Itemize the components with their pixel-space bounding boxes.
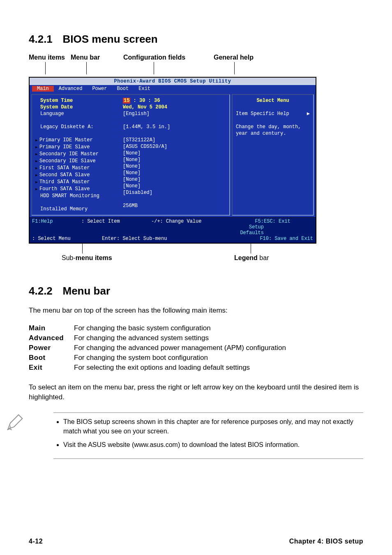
- bios-row-label[interactable]: Third SATA Master: [40, 179, 120, 186]
- annot-general-help: General help: [214, 54, 254, 61]
- legend-key: Enter: Select Sub-menu: [102, 236, 190, 242]
- definition-key: Exit: [29, 363, 74, 373]
- definition-row: PowerFor changing the advanced power man…: [29, 343, 286, 353]
- definition-value: For changing the system boot configurati…: [74, 353, 286, 363]
- tab-power[interactable]: Power: [87, 86, 112, 92]
- annot-menu-items: Menu items: [29, 54, 65, 61]
- legend-key: F10: Save and Exit: [190, 236, 313, 242]
- bios-row-label[interactable]: Primary IDE Master: [40, 137, 120, 144]
- select-instructions: To select an item on the menu bar, press…: [29, 382, 363, 403]
- tab-main[interactable]: Main: [32, 86, 54, 92]
- bios-row-label[interactable]: Secondary IDE Master: [40, 151, 120, 158]
- legend-key: : Select Item: [81, 219, 151, 236]
- bios-title: Phoenix-Award BIOS CMOS Setup Utility: [30, 78, 316, 85]
- bios-row-value: [123, 196, 226, 203]
- bios-row-value: [123, 117, 226, 124]
- tab-boot[interactable]: Boot: [112, 86, 134, 92]
- bios-row-label[interactable]: System Date: [40, 104, 120, 111]
- bios-row-label[interactable]: First SATA Master: [40, 165, 120, 172]
- bios-row-label[interactable]: Legacy Diskette A:: [40, 124, 120, 130]
- section-title-1: BIOS menu screen: [63, 33, 158, 46]
- section-heading-1: 4.2.1 BIOS menu screen: [29, 33, 363, 46]
- bios-row-value: [1.44M, 3.5 in.]: [123, 124, 226, 130]
- menubar-intro: The menu bar on top of the screen has th…: [29, 306, 363, 316]
- bios-row-value: [ST321122A]: [123, 137, 226, 143]
- bios-row-label[interactable]: Fourth SATA Slave: [40, 186, 120, 193]
- annot-legend-bar: Legend bar: [234, 254, 269, 262]
- legend-key: -/+: Change Value: [151, 219, 240, 236]
- definition-key: Power: [29, 343, 74, 353]
- annot-menu-bar: Menu bar: [71, 54, 100, 61]
- legend-key: F5: Setup Defaults: [240, 219, 264, 236]
- definition-value: For selecting the exit options and loadi…: [74, 363, 286, 373]
- bios-row-label[interactable]: Secondary IDE Slave: [40, 158, 120, 165]
- bios-row-value: [None]: [123, 176, 226, 183]
- bios-main-panel: System TimeSystem DateLanguage Legacy Di…: [31, 94, 230, 216]
- definition-value: For changing the basic system configurat…: [74, 323, 286, 333]
- bios-row-label: [40, 117, 120, 124]
- definition-key: Boot: [29, 353, 74, 363]
- bios-row-label[interactable]: Language: [40, 111, 120, 117]
- annot-config-fields: Configuration fields: [123, 54, 185, 61]
- definition-row: BootFor changing the system boot configu…: [29, 353, 286, 363]
- legend-key: F1:Help: [32, 219, 81, 236]
- bios-row-value: [English]: [123, 111, 226, 117]
- bios-screen: Phoenix-Award BIOS CMOS Setup Utility Ma…: [29, 77, 316, 244]
- tab-exit[interactable]: Exit: [134, 86, 155, 92]
- section-number-1: 4.2.1: [29, 33, 53, 46]
- section-title-2: Menu bar: [63, 285, 111, 297]
- definition-value: For changing the advanced system setting…: [74, 333, 286, 343]
- menubar-definitions: MainFor changing the basic system config…: [29, 323, 286, 373]
- definition-value: For changing the advanced power manageme…: [74, 343, 286, 353]
- bios-row-label: [40, 199, 120, 206]
- bios-row-value: [123, 130, 226, 137]
- bios-row-value: [Disabled]: [123, 189, 226, 196]
- bios-help-panel: Select Menu Item Specific Help▶ Change t…: [232, 94, 314, 216]
- bios-values-column: 15 : 30 : 36Wed, Nov 5 2004 [English] [1…: [123, 97, 226, 212]
- bios-row-value: [None]: [123, 183, 226, 189]
- chapter-title: Chapter 4: BIOS setup: [289, 538, 363, 545]
- note-box: The BIOS setup screens shown in this cha…: [53, 412, 363, 459]
- bios-legend-bar: F1:Help: Select Item-/+: Change ValueF5:…: [30, 217, 316, 243]
- bios-row-label[interactable]: System Time: [40, 97, 120, 104]
- legend-key: : Select Menu: [32, 236, 102, 242]
- note-item: The BIOS setup screens shown in this cha…: [63, 417, 363, 436]
- bios-menu-bar: Main Advanced Power Boot Exit: [30, 85, 316, 92]
- bios-row-label[interactable]: Installed Memory: [40, 206, 120, 212]
- note-item: Visit the ASUS website (www.asus.com) to…: [63, 440, 363, 449]
- bios-row-label: [40, 130, 120, 137]
- annotation-top: Menu items Menu bar Configuration fields…: [29, 54, 363, 77]
- bios-row-value: [None]: [123, 157, 226, 163]
- bios-row-value: 256MB: [123, 203, 226, 209]
- annotation-bottom: Sub-menu items Legend bar: [29, 244, 363, 264]
- bios-row-label[interactable]: Primary IDE Slave: [40, 144, 120, 151]
- section-heading-2: 4.2.2 Menu bar: [29, 285, 363, 297]
- definition-key: Advanced: [29, 333, 74, 343]
- page-footer: 4-12 Chapter 4: BIOS setup: [0, 538, 392, 545]
- definition-key: Main: [29, 323, 74, 333]
- definition-row: AdvancedFor changing the advanced system…: [29, 333, 286, 343]
- page-number: 4-12: [29, 538, 43, 545]
- bios-row-value: [None]: [123, 163, 226, 170]
- help-title: Select Menu: [236, 97, 310, 104]
- bios-row-value: [ASUS CDS520/A]: [123, 143, 226, 150]
- annot-sub-menu-items: Sub-menu items: [62, 254, 112, 262]
- legend-key: ESC: Exit: [264, 219, 313, 236]
- bios-row-value: Wed, Nov 5 2004: [123, 104, 226, 111]
- pencil-icon: [6, 413, 24, 431]
- bios-row-label[interactable]: HDD SMART Monitoring: [40, 193, 120, 199]
- bios-row-label[interactable]: Second SATA Slave: [40, 172, 120, 179]
- help-text: Change the day, month, year and century.: [236, 124, 310, 137]
- bios-labels-column: System TimeSystem DateLanguage Legacy Di…: [35, 97, 120, 212]
- bios-row-value: 15 : 30 : 36: [123, 97, 226, 104]
- help-subtitle: Item Specific Help▶: [236, 111, 310, 117]
- section-number-2: 4.2.2: [29, 285, 53, 297]
- definition-row: MainFor changing the basic system config…: [29, 323, 286, 333]
- bios-row-value: [None]: [123, 170, 226, 176]
- bios-row-value: [None]: [123, 150, 226, 157]
- definition-row: ExitFor selecting the exit options and l…: [29, 363, 286, 373]
- tab-advanced[interactable]: Advanced: [54, 86, 88, 92]
